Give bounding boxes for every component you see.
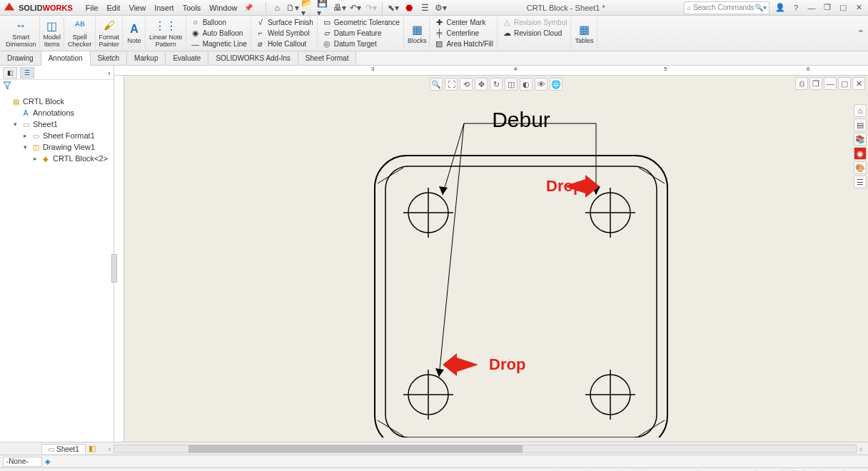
tree-tab-config-icon[interactable]: ☰: [20, 67, 34, 78]
tab-annotation[interactable]: Annotation: [41, 51, 91, 66]
main-area: ◧ ☰ › ▤CRTL Block AAnnotations ▾▭Sheet1 …: [0, 66, 868, 442]
doc-close-icon[interactable]: ✕: [852, 77, 865, 90]
drawing-canvas[interactable]: 🔍 ⛶ ⟲ ✥ ↻ ◫ ◐ 👁 🌐 ⎙ ❐ — ▢ ✕ ⌂ ▤ 📚: [124, 76, 868, 442]
menu-tools[interactable]: Tools: [178, 4, 206, 12]
linear-note-pattern-button[interactable]: ⋮⋮Linear NotePattern: [146, 17, 186, 49]
auto-balloon-button[interactable]: ◉Auto Balloon: [189, 28, 248, 38]
panel-splitter[interactable]: [111, 254, 117, 283]
tab-sketch[interactable]: Sketch: [91, 51, 128, 65]
minimize-icon[interactable]: —: [805, 1, 818, 14]
taskpane-home-icon[interactable]: ⌂: [854, 104, 867, 117]
print-icon[interactable]: 🖶▾: [333, 1, 347, 14]
sheet-tab-1[interactable]: ▭Sheet1: [41, 444, 86, 454]
taskpane-resources-icon[interactable]: ▤: [854, 118, 867, 131]
tree-expand-icon[interactable]: ›: [108, 69, 111, 77]
zoom-prev-icon[interactable]: ⟲: [460, 78, 473, 91]
tab-sheet-format[interactable]: Sheet Format: [298, 51, 357, 65]
filter-icon[interactable]: [3, 81, 11, 90]
drop-label-2: Drop: [489, 355, 525, 373]
statusbar: SOLIDWORKS Premium 2022 SP3.1 6.31in 4.4…: [0, 467, 868, 471]
geometric-tolerance-button[interactable]: ▭Geometric Tolerance: [321, 17, 401, 27]
tab-markup[interactable]: Markup: [127, 51, 166, 65]
horizontal-scrollbar[interactable]: ‹ ›: [106, 445, 865, 453]
doc-maximize-icon[interactable]: ▢: [838, 77, 851, 90]
hole-callout-button[interactable]: ⌀Hole Callout: [254, 39, 315, 49]
tree-tab-feature-icon[interactable]: ◧: [3, 67, 17, 78]
surface-finish-button[interactable]: √Surface Finish: [254, 17, 315, 27]
zoom-fit-icon[interactable]: 🔍: [430, 78, 443, 91]
doc-minimize-icon[interactable]: —: [824, 77, 837, 90]
user-icon[interactable]: 👤: [774, 1, 787, 14]
datum-target-button[interactable]: ◎Datum Target: [321, 39, 401, 49]
maximize-icon[interactable]: ▢: [837, 1, 849, 14]
pan-icon[interactable]: ✥: [475, 78, 488, 91]
hide-show-icon[interactable]: 👁: [535, 78, 547, 91]
save-icon[interactable]: 💾▾: [317, 1, 331, 14]
display-style-icon[interactable]: ◐: [520, 78, 533, 91]
doc-window-icon[interactable]: ❐: [809, 77, 822, 90]
magnetic-line-button[interactable]: —Magnetic Line: [189, 39, 248, 49]
menu-window[interactable]: Window: [205, 4, 241, 12]
home-icon[interactable]: ⌂: [270, 1, 284, 14]
menu-view[interactable]: View: [125, 4, 151, 12]
restore-icon[interactable]: ❐: [821, 1, 834, 14]
area-hatch-button[interactable]: ▨Area Hatch/Fill: [433, 39, 495, 49]
weld-symbol-button[interactable]: ⌐Weld Symbol: [254, 28, 315, 38]
pin-icon[interactable]: 📌: [244, 4, 253, 11]
feature-tree[interactable]: ▤CRTL Block AAnnotations ▾▭Sheet1 ▸▭Shee…: [0, 93, 113, 442]
blocks-button[interactable]: ▦Blocks: [405, 17, 430, 49]
search-icon: ⌕: [687, 4, 691, 11]
balloon-button[interactable]: ○Balloon: [189, 17, 248, 27]
undo-icon[interactable]: ↶▾: [348, 1, 363, 14]
taskpane-palette-icon[interactable]: ◉: [854, 147, 867, 160]
layer-manager-icon[interactable]: ◈: [45, 457, 51, 465]
settings-icon[interactable]: ⚙▾: [433, 1, 448, 14]
datum-feature-button[interactable]: ▱Datum Feature: [321, 28, 401, 38]
svg-marker-26: [443, 353, 478, 376]
rotate-icon[interactable]: ↻: [490, 78, 503, 91]
menu-insert[interactable]: Insert: [150, 4, 178, 12]
tree-sheet[interactable]: ▾▭Sheet1: [1, 118, 112, 130]
new-icon[interactable]: 🗋▾: [286, 1, 300, 14]
select-icon[interactable]: ⬉▾: [386, 1, 400, 14]
tree-drawing-view[interactable]: ▾◫Drawing View1: [1, 141, 112, 153]
tables-button[interactable]: ▦Tables: [572, 17, 597, 49]
doc-print-icon[interactable]: ⎙: [795, 77, 808, 90]
ribbon-collapse-icon[interactable]: ⌃: [857, 28, 865, 39]
appearance-icon[interactable]: 🌐: [550, 78, 562, 91]
model-items-button[interactable]: ◫ModelItems: [41, 17, 65, 49]
tree-part[interactable]: ▸◆CRTL Block<2>: [1, 153, 112, 164]
help-icon[interactable]: ?: [789, 1, 802, 14]
search-input[interactable]: ⌕Search Commands🔍▾: [684, 1, 769, 14]
drawing-content[interactable]: Debur Drop Drop: [282, 81, 710, 437]
rebuild-icon[interactable]: ⬣: [402, 1, 416, 14]
section-icon[interactable]: ◫: [505, 78, 518, 91]
center-mark-button[interactable]: ✚Center Mark: [433, 17, 495, 27]
redo-icon[interactable]: ↷▾: [364, 1, 378, 14]
menu-edit[interactable]: Edit: [103, 4, 125, 12]
layer-select[interactable]: -None-: [3, 457, 42, 467]
tab-evaluate[interactable]: Evaluate: [166, 51, 208, 65]
horizontal-ruler: 3 4 5 6: [114, 66, 868, 76]
menu-file[interactable]: File: [81, 4, 103, 12]
close-icon[interactable]: ✕: [852, 1, 865, 14]
centerline-button[interactable]: ╪Centerline: [433, 28, 495, 38]
note-button[interactable]: ANote: [123, 17, 146, 49]
tree-annotations[interactable]: AAnnotations: [1, 107, 112, 118]
smart-dimension-button[interactable]: ↔SmartDimension: [3, 17, 40, 49]
taskpane-appearance-icon[interactable]: 🎨: [854, 161, 867, 174]
tab-drawing[interactable]: Drawing: [0, 51, 41, 65]
add-sheet-icon[interactable]: ◧: [89, 444, 96, 453]
spell-checker-button[interactable]: ᴬᴮSpellChecker: [65, 17, 96, 49]
zoom-area-icon[interactable]: ⛶: [445, 78, 458, 91]
tree-sheet-format[interactable]: ▸▭Sheet Format1: [1, 130, 112, 141]
options-icon[interactable]: ☰: [418, 1, 432, 14]
revision-cloud-button[interactable]: ☁Revision Cloud: [500, 28, 568, 38]
tree-root[interactable]: ▤CRTL Block: [1, 96, 112, 107]
taskpane-properties-icon[interactable]: ☰: [854, 176, 867, 188]
taskpane-library-icon[interactable]: 📚: [854, 133, 867, 146]
open-icon[interactable]: 📂▾: [301, 1, 316, 14]
format-painter-button[interactable]: 🖌FormatPainter: [96, 17, 123, 49]
svg-line-3: [639, 168, 665, 183]
tab-addins[interactable]: SOLIDWORKS Add-Ins: [208, 51, 298, 65]
